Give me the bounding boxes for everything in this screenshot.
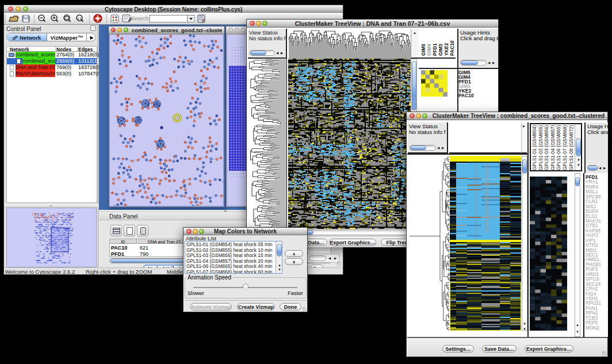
svg-text:Search:: Search: — [131, 15, 150, 21]
svg-text:1:1: 1:1 — [77, 17, 82, 20]
